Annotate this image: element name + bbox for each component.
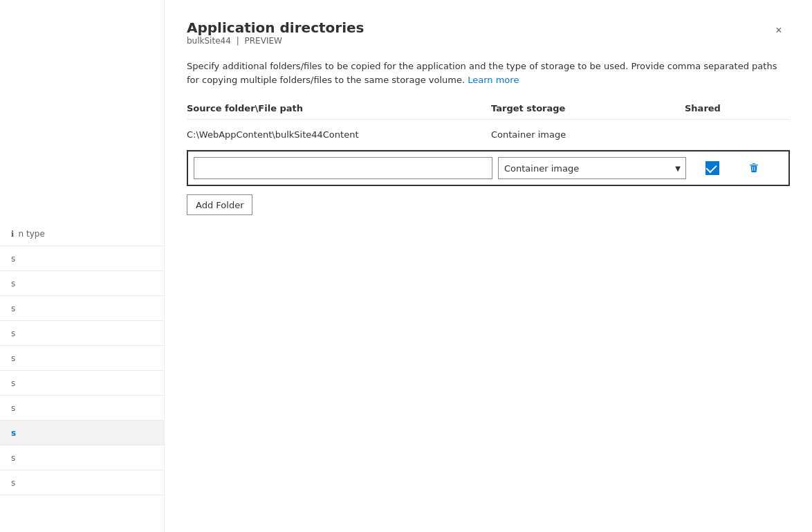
col-header-shared: Shared bbox=[685, 103, 768, 113]
info-icon: ℹ bbox=[11, 229, 15, 239]
edit-row: Container image Azure Storage ▼ bbox=[187, 150, 790, 186]
target-storage-dropdown-wrapper: Container image Azure Storage ▼ bbox=[498, 157, 686, 179]
edit-source-cell bbox=[194, 157, 498, 179]
sidebar-item-9[interactable]: s bbox=[0, 446, 164, 470]
edit-target-cell: Container image Azure Storage ▼ bbox=[498, 157, 692, 179]
close-button[interactable]: × bbox=[768, 19, 790, 42]
row1-target-storage: Container image bbox=[491, 129, 685, 140]
add-folder-button[interactable]: Add Folder bbox=[187, 194, 252, 215]
table-header: Source folder\File path Target storage S… bbox=[187, 103, 790, 120]
sidebar-item-6[interactable]: s bbox=[0, 371, 164, 396]
col-header-actions bbox=[768, 103, 809, 113]
source-path-input[interactable] bbox=[194, 157, 492, 179]
delete-button[interactable] bbox=[743, 157, 765, 179]
sidebar-item-7[interactable]: s bbox=[0, 396, 164, 421]
edit-delete-cell bbox=[733, 157, 775, 179]
sidebar-item-1[interactable]: s bbox=[0, 246, 164, 271]
sidebar-item-10[interactable]: s bbox=[0, 470, 164, 495]
sidebar-section-type: ℹ n type bbox=[0, 221, 164, 246]
dialog-description: Specify additional folders/files to be c… bbox=[187, 59, 782, 86]
sidebar: ℹ n type s s s s s s s s s s bbox=[0, 0, 165, 532]
dialog-header: Application directories bulkSite44 | PRE… bbox=[187, 19, 790, 57]
dialog-title: Application directories bulkSite44 | PRE… bbox=[187, 19, 364, 57]
learn-more-link[interactable]: Learn more bbox=[468, 75, 519, 85]
trash-icon bbox=[748, 163, 759, 174]
table-container: Source folder\File path Target storage S… bbox=[187, 103, 790, 215]
col-header-target: Target storage bbox=[491, 103, 685, 113]
table-row: C:\WebAppContent\bulkSite44Content Conta… bbox=[187, 120, 790, 150]
row1-source-path: C:\WebAppContent\bulkSite44Content bbox=[187, 129, 491, 140]
sidebar-item-4[interactable]: s bbox=[0, 321, 164, 346]
dialog-panel: Application directories bulkSite44 | PRE… bbox=[165, 0, 812, 532]
col-header-source: Source folder\File path bbox=[187, 103, 491, 113]
dialog-subtitle: bulkSite44 | PREVIEW bbox=[187, 36, 364, 46]
target-storage-select[interactable]: Container image Azure Storage bbox=[498, 157, 686, 179]
sidebar-item-8[interactable]: s bbox=[0, 421, 164, 446]
sidebar-item-2[interactable]: s bbox=[0, 271, 164, 296]
edit-shared-cell bbox=[692, 161, 733, 175]
sidebar-item-3[interactable]: s bbox=[0, 296, 164, 321]
shared-checkbox[interactable] bbox=[705, 161, 719, 175]
sidebar-item-5[interactable]: s bbox=[0, 346, 164, 371]
